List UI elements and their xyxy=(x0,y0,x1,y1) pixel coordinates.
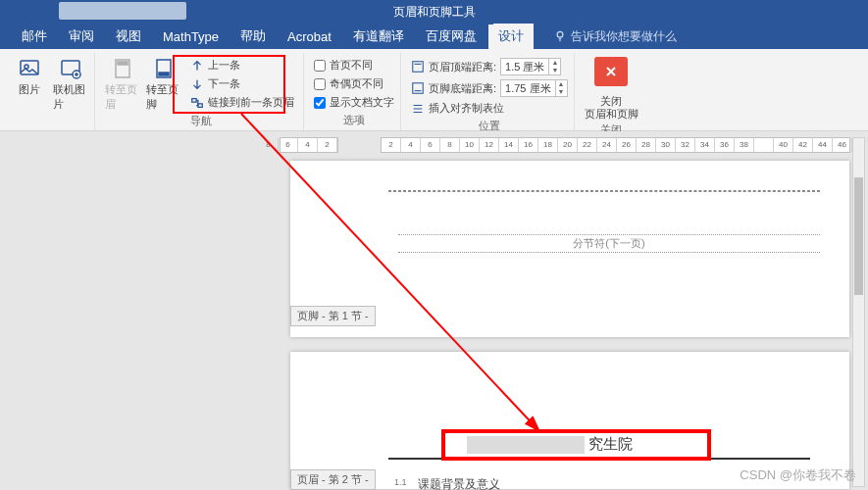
nav-next-button[interactable]: 下一条 xyxy=(187,75,297,92)
link-to-previous-label: 链接到前一条页眉 xyxy=(208,95,294,110)
tab-mail[interactable]: 邮件 xyxy=(12,24,57,49)
title-bar: 页眉和页脚工具 xyxy=(0,0,868,24)
goto-header-button[interactable]: 转至页眉 xyxy=(105,53,140,112)
header-title-visible: 究生院 xyxy=(588,435,633,454)
different-first-page-label: 首页不同 xyxy=(330,58,373,73)
insert-alignment-tab-button[interactable]: 插入对齐制表位 xyxy=(411,100,568,117)
ruler-right[interactable]: 2468101214161820222426283032343638404244… xyxy=(381,137,850,153)
filename-blur xyxy=(59,2,186,20)
tab-youdao[interactable]: 有道翻译 xyxy=(343,24,414,49)
nav-previous-button[interactable]: 上一条 xyxy=(187,57,297,74)
close-header-footer-label: 关闭 页眉和页脚 xyxy=(585,95,638,121)
alignment-tab-icon xyxy=(411,102,425,116)
group-close: 关闭 页眉和页脚 关闭 xyxy=(579,53,644,130)
goto-footer-icon xyxy=(152,57,176,80)
insert-online-picture-label: 联机图片 xyxy=(53,82,88,112)
ribbon-tabs: 邮件 审阅 视图 MathType 帮助 Acrobat 有道翻译 百度网盘 设… xyxy=(0,24,868,49)
header-title-text[interactable]: 究生院 xyxy=(467,435,633,454)
tab-baidu[interactable]: 百度网盘 xyxy=(416,24,486,49)
arrow-up-icon xyxy=(190,59,204,73)
insert-picture-button[interactable]: 图片 xyxy=(12,53,47,97)
tab-design[interactable]: 设计 xyxy=(488,24,534,49)
group-position: 页眉顶端距离: 1.5 厘米▲▼ 页脚底端距离: 1.75 厘米▲▼ 插入对齐制… xyxy=(405,53,575,130)
lightbulb-icon xyxy=(553,29,567,43)
subsection-title: 课题背景及意义 xyxy=(418,476,500,490)
footer-section-tag: 页脚 - 第 1 节 - xyxy=(290,306,376,326)
header-top-distance-spinner[interactable]: 1.5 厘米▲▼ xyxy=(500,58,561,75)
svg-rect-6 xyxy=(118,62,128,65)
svg-rect-12 xyxy=(413,83,424,94)
tab-review[interactable]: 审阅 xyxy=(59,24,104,49)
page-1[interactable]: 分节符(下一页) 页脚 - 第 1 节 - xyxy=(290,161,849,337)
footer-bottom-distance-spinner[interactable]: 1.75 厘米▲▼ xyxy=(500,79,567,97)
footer-bottom-distance-value: 1.75 厘米 xyxy=(501,81,554,96)
header-top-distance-row: 页眉顶端距离: 1.5 厘米▲▼ xyxy=(411,57,568,76)
arrow-down-icon xyxy=(190,77,204,91)
footer-bottom-distance-row: 页脚底端距离: 1.75 厘米▲▼ xyxy=(411,78,568,98)
goto-header-icon xyxy=(111,57,134,80)
tell-me-label: 告诉我你想要做什么 xyxy=(571,28,677,45)
watermark: CSDN @你卷我不卷 xyxy=(740,466,856,484)
tab-acrobat[interactable]: Acrobat xyxy=(278,24,341,49)
group-insert: 图片 联机图片 xyxy=(6,53,95,130)
svg-rect-8 xyxy=(159,73,169,75)
insert-alignment-tab-label: 插入对齐制表位 xyxy=(429,101,504,116)
group-options-label: 选项 xyxy=(343,111,365,130)
picture-icon xyxy=(18,57,41,80)
footer-bottom-distance-label: 页脚底端距离: xyxy=(429,81,496,96)
group-insert-label xyxy=(48,114,51,130)
tab-view[interactable]: 视图 xyxy=(106,24,151,49)
insert-picture-label: 图片 xyxy=(19,82,40,97)
close-header-footer-button[interactable] xyxy=(594,57,628,86)
tell-me-search[interactable]: 告诉我你想要做什么 xyxy=(553,24,677,49)
goto-footer-button[interactable]: 转至页脚 xyxy=(146,53,181,112)
vertical-scrollbar[interactable] xyxy=(852,137,865,487)
scroll-thumb[interactable] xyxy=(854,177,863,295)
document-area: 2468 24681012141618202224262830323436384… xyxy=(0,131,868,490)
ruler-left[interactable]: 2468 xyxy=(280,137,338,153)
header-title-blur xyxy=(467,436,585,454)
nav-previous-label: 上一条 xyxy=(208,58,240,73)
footer-distance-icon xyxy=(411,81,425,95)
nav-next-label: 下一条 xyxy=(208,76,240,91)
group-navigation: 转至页眉 转至页脚 上一条 下一条 链接到前一条页眉 xyxy=(99,53,304,130)
link-icon xyxy=(190,96,204,110)
goto-footer-label: 转至页脚 xyxy=(146,82,181,112)
online-picture-icon xyxy=(59,57,82,80)
goto-header-label: 转至页眉 xyxy=(105,82,140,112)
header-distance-icon xyxy=(411,60,425,74)
show-document-text-checkbox[interactable]: 显示文档文字 xyxy=(314,94,394,111)
different-odd-even-label: 奇偶页不同 xyxy=(330,76,383,91)
svg-rect-9 xyxy=(192,98,196,102)
ribbon: 图片 联机图片 转至页眉 转至页脚 上一条 xyxy=(0,49,868,131)
insert-online-picture-button[interactable]: 联机图片 xyxy=(53,53,88,112)
header-top-distance-value: 1.5 厘米 xyxy=(501,60,548,74)
contextual-tab-label: 页眉和页脚工具 xyxy=(376,0,493,24)
header-dashed-guide xyxy=(388,190,820,192)
svg-rect-11 xyxy=(413,62,424,73)
header-top-distance-label: 页眉顶端距离: xyxy=(429,60,496,74)
subsection-number: 1.1 xyxy=(394,477,407,487)
group-options: 首页不同 奇偶页不同 显示文档文字 选项 xyxy=(308,53,401,130)
show-document-text-label: 显示文档文字 xyxy=(330,95,394,110)
header-underline xyxy=(388,458,810,460)
group-navigation-label: 导航 xyxy=(190,112,212,131)
link-to-previous-button[interactable]: 链接到前一条页眉 xyxy=(187,94,297,111)
tab-help[interactable]: 帮助 xyxy=(230,24,276,49)
tab-mathtype[interactable]: MathType xyxy=(153,24,229,49)
svg-point-0 xyxy=(557,31,563,37)
different-odd-even-checkbox[interactable]: 奇偶页不同 xyxy=(314,75,394,92)
different-first-page-checkbox[interactable]: 首页不同 xyxy=(314,57,394,74)
section-break-marker: 分节符(下一页) xyxy=(398,234,820,253)
close-icon xyxy=(603,64,619,79)
header-section-tag: 页眉 - 第 2 节 - xyxy=(290,469,376,490)
